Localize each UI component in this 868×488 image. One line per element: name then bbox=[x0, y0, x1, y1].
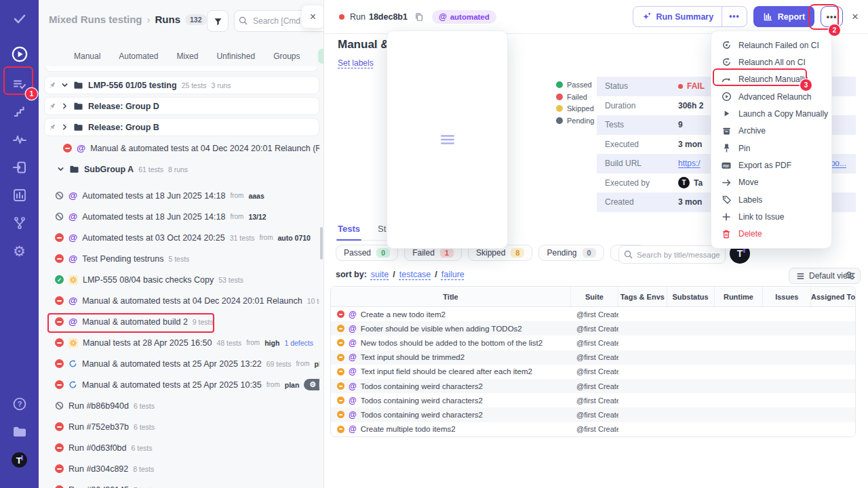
column-header-tags-envs[interactable]: Tags & Envs bbox=[618, 287, 667, 306]
menu-item-delete[interactable]: Delete bbox=[711, 226, 831, 243]
set-labels-link[interactable]: Set labels bbox=[338, 58, 374, 68]
run-row[interactable]: Manual tests at 28 Apr 2025 16:5048 test… bbox=[44, 333, 319, 352]
check-icon[interactable] bbox=[11, 9, 28, 27]
branch-icon[interactable] bbox=[11, 214, 28, 232]
menu-item-archive[interactable]: Archive bbox=[711, 123, 831, 140]
sidebar-avatar[interactable]: T bbox=[11, 451, 28, 468]
runs-list-scrollbar[interactable] bbox=[320, 227, 323, 260]
table-row[interactable]: @Text input field should be cleared afte… bbox=[331, 365, 855, 379]
menu-icon[interactable] bbox=[387, 30, 508, 249]
folder-row[interactable]: Release: Group D bbox=[44, 97, 319, 115]
menu-item-export-as-pdf[interactable]: PDFExport as PDF bbox=[711, 157, 831, 174]
menu-item-relaunch-manually[interactable]: Relaunch Manually bbox=[711, 71, 831, 88]
table-row[interactable]: @Todos containing weird characters2@firs… bbox=[331, 393, 855, 407]
run-row[interactable]: LMP-555 08/04 basic checks Copy53 tests bbox=[44, 270, 319, 289]
tab-today[interactable]: To bbox=[318, 49, 324, 64]
filter-chip-pending[interactable]: Pending0 bbox=[538, 245, 604, 261]
run-row[interactable]: @Manual & automated tests at 04 Dec 2024… bbox=[44, 139, 319, 157]
column-header-title[interactable]: Title bbox=[331, 287, 571, 306]
panel-close-button[interactable]: × bbox=[302, 5, 324, 28]
table-row[interactable]: @Text input should be trimmed2@first Cre… bbox=[331, 350, 855, 365]
table-row[interactable]: @Footer should be visible when adding TO… bbox=[331, 321, 855, 336]
column-header-substatus[interactable]: Substatus bbox=[667, 287, 715, 306]
table-row[interactable]: @Todos containing weird characters2@firs… bbox=[331, 407, 855, 422]
column-header-issues[interactable]: Issues bbox=[763, 287, 811, 306]
folder-row[interactable]: Release: Group B bbox=[44, 118, 319, 136]
run-summary-button[interactable]: Run Summary ••• bbox=[633, 6, 747, 27]
import-icon[interactable] bbox=[11, 159, 28, 176]
tests-search-input[interactable] bbox=[618, 245, 726, 264]
menu-item-launch-a-copy-manually[interactable]: Launch a Copy Manually bbox=[711, 105, 831, 122]
suite-cell: @first Create ... bbox=[571, 367, 618, 375]
tests-count: 5 tests bbox=[134, 486, 155, 488]
folder-row[interactable]: LMP-556 01/05 testing25 tests3 runs bbox=[44, 76, 319, 94]
svg-text:T: T bbox=[16, 455, 22, 465]
breadcrumb-page[interactable]: Runs bbox=[155, 14, 181, 25]
tab-mixed[interactable]: Mixed bbox=[176, 52, 198, 61]
menu-item-advanced-relaunch[interactable]: Advanced Relaunch bbox=[711, 88, 831, 105]
breadcrumb-project[interactable]: Mixed Runs testing bbox=[49, 14, 142, 25]
build-url-link[interactable]: https:/ bbox=[678, 159, 701, 168]
folder-icon[interactable] bbox=[11, 423, 28, 441]
tab-automated[interactable]: Automated bbox=[119, 52, 158, 61]
chevron-right-icon[interactable] bbox=[61, 123, 68, 131]
run-summary-more[interactable]: ••• bbox=[722, 7, 747, 26]
run-row-selected[interactable]: @Manual & automated build 29 tests bbox=[44, 312, 319, 331]
sort-by-failure[interactable]: failure bbox=[441, 270, 465, 279]
run-row[interactable]: Run #b86b940d6 tests bbox=[44, 396, 319, 415]
menu-item-pin[interactable]: Pin bbox=[711, 140, 831, 157]
chevron-down-icon[interactable] bbox=[57, 165, 64, 173]
steps-icon[interactable] bbox=[11, 103, 28, 121]
chevron-right-icon[interactable] bbox=[61, 102, 68, 110]
run-row[interactable]: Run #26d301455 tests bbox=[44, 481, 319, 488]
folder-row[interactable]: SubGroup A61 tests8 runs bbox=[44, 160, 319, 178]
column-header-assigned-to[interactable]: Assigned To bbox=[811, 287, 855, 306]
run-detail-close-button[interactable]: × bbox=[852, 10, 859, 24]
view-settings-icon[interactable] bbox=[845, 270, 856, 281]
table-row[interactable]: @New todos should be added to the bottom… bbox=[331, 336, 855, 350]
menu-item-move[interactable]: Move bbox=[711, 174, 831, 191]
column-header-runtime[interactable]: Runtime bbox=[715, 287, 764, 306]
run-row[interactable]: Manual & automated tests at 25 Apr 2025 … bbox=[44, 354, 319, 373]
run-row[interactable]: @Manual & automated tests at 04 Dec 2024… bbox=[44, 291, 319, 310]
tab-manual[interactable]: Manual bbox=[74, 52, 100, 61]
table-row[interactable]: @Create a new todo item2@first Create ..… bbox=[331, 307, 855, 321]
tab-tests[interactable]: Tests bbox=[338, 224, 360, 234]
automated-badge[interactable]: @ automated bbox=[432, 10, 496, 24]
launch-copy-icon bbox=[721, 109, 732, 118]
chevron-down-icon[interactable] bbox=[61, 81, 68, 89]
run-row[interactable]: @Automated tests at 18 Jun 2025 14:18fro… bbox=[44, 207, 319, 226]
sort-by-testcase[interactable]: testcase bbox=[399, 270, 431, 279]
run-row[interactable]: @Test Pending testruns5 tests bbox=[44, 249, 319, 268]
report-button[interactable]: Report bbox=[753, 6, 814, 27]
run-row[interactable]: Run #d304c8928 tests bbox=[44, 460, 319, 478]
run-row[interactable]: @Automated tests at 03 Oct 2024 20:2531 … bbox=[44, 228, 319, 247]
menu-item-relaunch-all-on-ci[interactable]: Relaunch All on CI bbox=[711, 54, 831, 70]
run-row[interactable]: Run #752eb37b6 tests bbox=[44, 418, 319, 436]
sort-by-suite[interactable]: suite bbox=[371, 270, 389, 279]
table-row[interactable]: @Create multiple todo items2@first Creat… bbox=[331, 422, 855, 436]
help-icon[interactable]: ? bbox=[11, 395, 28, 413]
table-row[interactable]: @Todos containing weird characters2@firs… bbox=[331, 379, 855, 393]
run-row[interactable]: Manual & automated tests at 25 Apr 2025 … bbox=[44, 375, 319, 394]
env-badge: ⚙MacOS bbox=[304, 379, 319, 390]
play-icon[interactable] bbox=[11, 45, 28, 63]
menu-item-labels[interactable]: Labels bbox=[711, 191, 831, 208]
column-header-suite[interactable]: Suite bbox=[571, 287, 618, 306]
list-check-icon[interactable] bbox=[11, 75, 28, 93]
menu-item-relaunch-failed-on-ci[interactable]: Relaunch Failed on CI bbox=[711, 37, 831, 54]
gear-icon[interactable]: ⚙ bbox=[11, 242, 28, 260]
copy-run-id-button[interactable] bbox=[414, 12, 424, 22]
failed-status-icon bbox=[55, 254, 64, 263]
bar-chart-icon[interactable] bbox=[11, 186, 28, 204]
tab-unfinished[interactable]: Unfinished bbox=[216, 52, 255, 61]
tab-groups[interactable]: Groups bbox=[273, 52, 300, 61]
menu-item-link-to-issue[interactable]: Link to Issue bbox=[711, 208, 831, 225]
defects-link[interactable]: 1 defects bbox=[284, 339, 313, 347]
build-url-link-end[interactable]: po... bbox=[831, 159, 846, 168]
run-row[interactable]: Run #0d63f0bd6 tests bbox=[44, 439, 319, 457]
pulse-icon[interactable] bbox=[11, 131, 28, 148]
run-more-actions-button[interactable]: ••• bbox=[821, 6, 843, 27]
run-row[interactable]: @Automated tests at 18 Jun 2025 14:18fro… bbox=[44, 186, 319, 205]
filter-button[interactable] bbox=[207, 10, 229, 32]
